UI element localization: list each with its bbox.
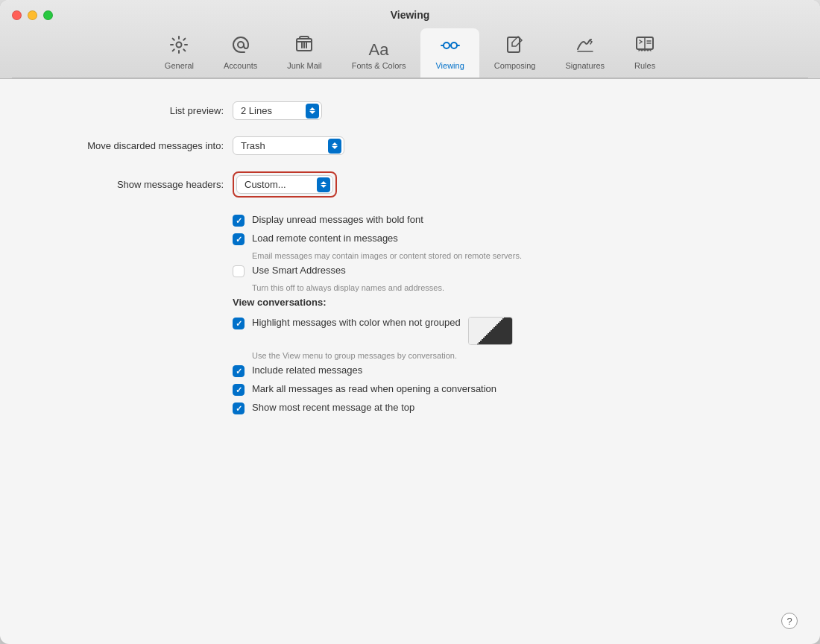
- list-preview-row: List preview: 2 Lines None 1 Line 3 Line…: [37, 101, 783, 120]
- list-preview-select[interactable]: 2 Lines None 1 Line 3 Lines 4 Lines 5 Li…: [233, 101, 322, 120]
- tab-fonts-colors-label: Fonts & Colors: [352, 61, 406, 70]
- tab-general[interactable]: General: [150, 28, 209, 78]
- toolbar: General Accounts: [135, 28, 685, 78]
- color-swatch[interactable]: [468, 317, 513, 345]
- minimize-button[interactable]: [28, 10, 37, 20]
- svg-point-0: [177, 42, 182, 48]
- smart-addresses-label: Use Smart Addresses: [252, 265, 346, 276]
- show-headers-select-wrapper: Custom... Default All: [236, 175, 333, 194]
- recent-top-label: Show most recent message at the top: [252, 402, 414, 413]
- highlight-color-checkbox[interactable]: [233, 318, 245, 329]
- close-button[interactable]: [12, 10, 22, 20]
- remote-content-checkbox[interactable]: [233, 233, 245, 245]
- tab-fonts-colors[interactable]: Aa Fonts & Colors: [337, 36, 421, 78]
- gear-icon: [168, 34, 189, 58]
- show-headers-select[interactable]: Custom... Default All: [236, 175, 333, 194]
- signatures-icon: [575, 34, 596, 58]
- window-title: Viewing: [391, 9, 430, 21]
- show-headers-highlight: Custom... Default All: [233, 171, 337, 198]
- recent-top-row: Show most recent message at the top: [233, 402, 783, 414]
- help-button[interactable]: ?: [781, 613, 798, 629]
- smart-addresses-subtext: Turn this off to always display names an…: [252, 283, 783, 292]
- show-headers-label: Show message headers:: [37, 179, 224, 190]
- rules-icon: [634, 34, 655, 58]
- bold-font-label: Display unread messages with bold font: [252, 214, 423, 225]
- svg-point-9: [451, 42, 457, 48]
- traffic-lights: [12, 10, 53, 20]
- move-discarded-select-wrapper: Trash Archive: [233, 136, 344, 155]
- remote-content-label: Load remote content in messages: [252, 233, 398, 244]
- recent-top-checkbox[interactable]: [233, 402, 245, 414]
- svg-point-1: [238, 42, 244, 48]
- related-messages-label: Include related messages: [252, 364, 362, 376]
- move-discarded-select[interactable]: Trash Archive: [233, 136, 344, 155]
- highlight-color-row: Highlight messages with color when not g…: [233, 317, 783, 345]
- smart-addresses-row: Use Smart Addresses: [233, 265, 783, 277]
- smart-addresses-checkbox[interactable]: [233, 265, 245, 277]
- remote-content-subtext: Email messages may contain images or con…: [252, 251, 783, 260]
- show-headers-row: Show message headers: Custom... Default …: [37, 171, 783, 198]
- tab-accounts[interactable]: Accounts: [209, 28, 272, 78]
- tab-general-label: General: [165, 61, 194, 70]
- fonts-icon: Aa: [369, 42, 389, 58]
- bottom-area: ?: [0, 607, 820, 644]
- related-messages-row: Include related messages: [233, 364, 783, 377]
- related-messages-checkbox[interactable]: [233, 365, 245, 377]
- mark-read-checkbox[interactable]: [233, 384, 245, 396]
- bold-font-checkbox[interactable]: [233, 215, 245, 227]
- title-bar: Viewing General: [0, 0, 820, 79]
- list-preview-label: List preview:: [37, 105, 224, 116]
- main-window: Viewing General: [0, 0, 820, 644]
- tab-signatures[interactable]: Signatures: [550, 28, 619, 78]
- bold-font-row: Display unread messages with bold font: [233, 214, 783, 227]
- viewing-icon: [440, 34, 461, 58]
- tab-rules[interactable]: Rules: [619, 28, 670, 78]
- checkboxes-section: Display unread messages with bold font L…: [233, 214, 783, 292]
- mark-read-label: Mark all messages as read when opening a…: [252, 383, 496, 394]
- remote-content-row: Load remote content in messages: [233, 233, 783, 245]
- move-discarded-label: Move discarded messages into:: [37, 140, 224, 151]
- svg-point-8: [444, 42, 450, 48]
- content-area: List preview: 2 Lines None 1 Line 3 Line…: [0, 79, 820, 607]
- conversations-checkboxes: Highlight messages with color when not g…: [233, 317, 783, 414]
- tab-accounts-label: Accounts: [224, 61, 257, 70]
- list-preview-select-wrapper: 2 Lines None 1 Line 3 Lines 4 Lines 5 Li…: [233, 101, 322, 120]
- tab-junk-mail[interactable]: Junk Mail: [272, 28, 336, 78]
- move-discarded-row: Move discarded messages into: Trash Arch…: [37, 136, 783, 155]
- mark-read-row: Mark all messages as read when opening a…: [233, 383, 783, 396]
- tab-viewing[interactable]: Viewing: [420, 28, 479, 78]
- at-icon: [230, 34, 251, 58]
- tab-viewing-label: Viewing: [435, 61, 464, 70]
- tab-signatures-label: Signatures: [565, 61, 605, 70]
- highlight-color-subtext: Use the View menu to group messages by c…: [252, 351, 783, 360]
- maximize-button[interactable]: [43, 10, 53, 20]
- composing-icon: [505, 34, 526, 58]
- conversations-header: View conversations:: [233, 297, 783, 308]
- tab-junk-mail-label: Junk Mail: [287, 61, 321, 70]
- tab-composing[interactable]: Composing: [479, 28, 551, 78]
- junk-icon: [294, 34, 315, 58]
- color-swatch-preview: [469, 318, 512, 344]
- highlight-color-label: Highlight messages with color when not g…: [252, 317, 461, 328]
- tab-composing-label: Composing: [494, 61, 536, 70]
- toolbar-separator: [12, 78, 808, 78]
- tab-rules-label: Rules: [634, 61, 655, 70]
